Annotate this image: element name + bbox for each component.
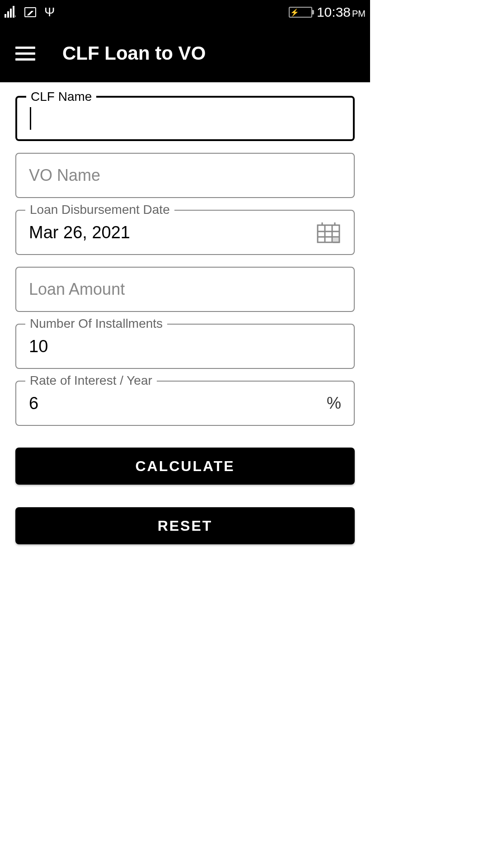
app-title: CLF Loan to VO	[62, 42, 206, 64]
status-bar: , Ψ ⚡ 10:38PM	[0, 0, 370, 24]
reset-button[interactable]: RESET	[15, 507, 355, 544]
menu-icon[interactable]	[15, 47, 35, 61]
vo-name-field: VO Name	[15, 153, 355, 198]
loan-amount-field: Loan Amount	[15, 267, 355, 312]
installments-input[interactable]: 10	[29, 337, 48, 356]
installments-label: Number Of Installments	[25, 316, 167, 331]
status-time: 10:38PM	[317, 5, 366, 20]
disbursement-date-value[interactable]: Mar 26, 2021	[29, 223, 130, 242]
calculate-button[interactable]: CALCULATE	[15, 448, 355, 485]
loan-amount-input[interactable]: Loan Amount	[29, 280, 125, 299]
clf-name-input[interactable]	[30, 107, 31, 130]
app-bar: CLF Loan to VO	[0, 24, 370, 82]
usb-icon: Ψ	[44, 5, 55, 19]
status-left: , Ψ	[5, 5, 55, 19]
interest-label: Rate of Interest / Year	[25, 373, 157, 388]
disbursement-date-field: Loan Disbursement Date Mar 26, 2021	[15, 210, 355, 255]
svg-rect-7	[333, 238, 339, 243]
interest-suffix: %	[327, 394, 341, 413]
form-content: CLF Name VO Name Loan Disbursement Date …	[0, 82, 370, 558]
interest-field: Rate of Interest / Year 6 %	[15, 381, 355, 426]
battery-icon: ⚡	[289, 7, 312, 18]
disbursement-date-label: Loan Disbursement Date	[25, 203, 174, 217]
status-right: ⚡ 10:38PM	[289, 5, 366, 20]
image-icon	[24, 7, 36, 17]
clf-name-field: CLF Name	[15, 96, 355, 141]
vo-name-input[interactable]: VO Name	[29, 166, 100, 185]
installments-field: Number Of Installments 10	[15, 324, 355, 369]
clf-name-label: CLF Name	[26, 90, 96, 104]
calendar-icon[interactable]	[316, 221, 341, 244]
signal-icon: ,	[5, 7, 16, 18]
interest-input[interactable]: 6	[29, 394, 38, 413]
